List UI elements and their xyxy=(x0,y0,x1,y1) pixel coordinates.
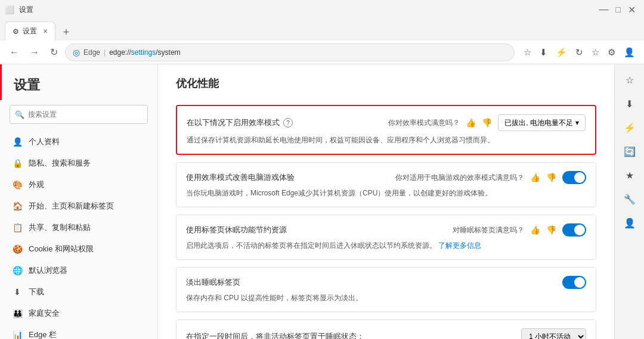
sidebar-item-family[interactable]: 👪 家庭安全 xyxy=(0,303,157,324)
learn-more-link[interactable]: 了解更多信息 xyxy=(438,241,481,250)
efficiency-dropdown[interactable]: 已拔出, 电池电量不足 ▾ xyxy=(498,114,586,131)
section-title: 优化性能 xyxy=(176,76,596,93)
start-icon: 🏠 xyxy=(12,201,23,211)
sidebar: 设置 🔍 👤 个人资料 🔒 隐私、搜索和服务 🎨 外观 🏠 开始、主页和新建标签… xyxy=(0,64,158,339)
sidebar-item-share[interactable]: 📋 共享、复制和粘贴 xyxy=(0,217,157,238)
sleeping-tabs-right: 对睡眠标签页满意吗？ 👍 👎 xyxy=(453,223,586,237)
right-downloads-btn[interactable]: ⬇ xyxy=(619,93,640,114)
sidebar-item-label: 外观 xyxy=(29,179,44,190)
fade-sleeping-toggle[interactable] xyxy=(562,276,586,289)
content-area: 优化性能 在以下情况下启用效率模式 ? 你对效率模式满意吗？ 👍 👎 已拔出, … xyxy=(158,64,614,339)
download-icon: ⬇ xyxy=(12,287,23,297)
sleeping-tabs-row: 使用标签页休眠功能节约资源 对睡眠标签页满意吗？ 👍 👎 xyxy=(186,223,586,237)
sidebar-item-privacy[interactable]: 🔒 隐私、搜索和服务 xyxy=(0,153,157,174)
sleeping-thumbs-down[interactable]: 👎 xyxy=(546,225,556,235)
nav-bar: ← → ↻ ◎ Edge | edge://settings/system ☆ … xyxy=(0,41,644,64)
right-profile-btn[interactable]: 👤 xyxy=(619,212,640,234)
tab-close-button[interactable]: ✕ xyxy=(43,28,48,35)
sleeping-tabs-satisfaction: 对睡眠标签页满意吗？ xyxy=(453,225,524,235)
forward-button[interactable]: → xyxy=(26,45,43,60)
efficiency-mode-desc: 通过保存计算机资源和助延长电池使用时间，权益可能因设备、应用程序和个人浏览器习惯… xyxy=(187,135,586,145)
right-star-btn[interactable]: ★ xyxy=(619,164,640,186)
window-controls: — □ ✕ xyxy=(596,4,639,15)
gaming-thumbs-down[interactable]: 👎 xyxy=(546,173,556,182)
thumbs-down-button[interactable]: 👎 xyxy=(482,118,492,127)
sidebar-item-browser[interactable]: 🌐 默认浏览器 xyxy=(0,260,157,281)
browser-update-button[interactable]: ↻ xyxy=(572,45,586,60)
browser-chrome: ⬜ 设置 — □ ✕ ⚙ 设置 ✕ + ← → ↻ ◎ Edge | edge:… xyxy=(0,0,644,64)
tools-button[interactable]: ⚙ xyxy=(605,45,618,60)
search-box[interactable]: 🔍 xyxy=(10,105,148,124)
minimize-button[interactable]: — xyxy=(596,4,612,15)
privacy-icon: 🔒 xyxy=(12,158,23,168)
fade-sleeping-row: 淡出睡眠标签页 xyxy=(186,276,586,289)
address-bar[interactable]: ◎ Edge | edge://settings/system xyxy=(65,43,515,61)
right-lightning-btn[interactable]: ⚡ xyxy=(619,117,640,138)
sidebar-item-edgebar[interactable]: 📊 Edge 栏 xyxy=(0,324,157,339)
sidebar-item-profile[interactable]: 👤 个人资料 xyxy=(0,131,157,153)
fade-sleeping-label: 淡出睡眠标签页 xyxy=(186,277,240,288)
sidebar-item-start[interactable]: 🏠 开始、主页和新建标签页 xyxy=(0,195,157,217)
gaming-satisfaction: 你对适用于电脑游戏的效率模式满意吗？ xyxy=(395,173,524,183)
sleeping-tabs-toggle[interactable] xyxy=(562,223,586,237)
thumbs-up-button[interactable]: 👍 xyxy=(466,118,476,127)
gaming-toggle[interactable] xyxy=(562,171,586,184)
sidebar-item-download[interactable]: ⬇ 下载 xyxy=(0,281,157,303)
extensions-button[interactable]: ⚡ xyxy=(553,45,570,60)
sleeping-tabs-label: 使用标签页休眠功能节约资源 xyxy=(186,225,287,235)
sleep-timer-select[interactable]: 1 小时不活动 xyxy=(521,328,586,339)
tabs-row: ⚙ 设置 ✕ + xyxy=(0,19,644,41)
profile-button[interactable]: 👤 xyxy=(621,45,638,60)
refresh-button[interactable]: ↻ xyxy=(47,44,61,60)
appearance-icon: 🎨 xyxy=(12,180,23,189)
search-icon: 🔍 xyxy=(15,110,24,119)
gaming-row: 使用效率模式改善电脑游戏体验 你对适用于电脑游戏的效率模式满意吗？ 👍 👎 xyxy=(186,171,586,184)
sidebar-item-label: 共享、复制和粘贴 xyxy=(29,222,91,233)
gaming-desc: 当你玩电脑游戏时，Microsoft Edge减少其计算机资源（CPU）使用量，… xyxy=(186,188,586,198)
sidebar-item-label: 隐私、搜索和服务 xyxy=(29,158,91,169)
tab-favicon: ⚙ xyxy=(13,27,19,36)
right-favorites-btn[interactable]: ☆ xyxy=(619,69,640,91)
search-input[interactable] xyxy=(28,110,143,119)
efficiency-mode-card: 在以下情况下启用效率模式 ? 你对效率模式满意吗？ 👍 👎 已拔出, 电池电量不… xyxy=(176,105,596,155)
help-icon[interactable]: ? xyxy=(283,118,293,127)
title-bar: ⬜ 设置 — □ ✕ xyxy=(0,0,644,19)
gaming-right: 你对适用于电脑游戏的效率模式满意吗？ 👍 👎 xyxy=(395,171,586,184)
cookies-icon: 🍪 xyxy=(12,244,23,254)
tab-title: 设置 xyxy=(19,5,33,15)
address-text: edge://settings/system xyxy=(109,48,180,57)
sidebar-item-appearance[interactable]: 🎨 外观 xyxy=(0,174,157,195)
sidebar-item-cookies[interactable]: 🍪 Cookie 和网站权限 xyxy=(0,238,157,260)
close-button[interactable]: ✕ xyxy=(624,4,639,15)
satisfaction-text: 你对效率模式满意吗？ xyxy=(388,118,460,128)
gaming-thumbs-up[interactable]: 👍 xyxy=(530,173,540,182)
address-prefix: Edge xyxy=(83,48,100,57)
new-tab-button[interactable]: + xyxy=(58,24,75,41)
browser-icon: 🌐 xyxy=(12,266,23,275)
favorites-button[interactable]: ☆ xyxy=(521,45,534,60)
sleep-timer-right: 1 小时不活动 xyxy=(521,328,586,339)
settings-tab[interactable]: ⚙ 设置 ✕ xyxy=(5,21,55,41)
sleeping-thumbs-up[interactable]: 👍 xyxy=(530,225,540,235)
settings-title: 设置 xyxy=(0,64,157,100)
nav-icons: ☆ ⬇ ⚡ ↻ ☆ ⚙ 👤 xyxy=(521,45,638,60)
main-layout: 设置 🔍 👤 个人资料 🔒 隐私、搜索和服务 🎨 外观 🏠 开始、主页和新建标签… xyxy=(0,64,644,339)
collections-button[interactable]: ⬇ xyxy=(537,45,550,60)
window-icon: ⬜ xyxy=(5,5,14,14)
right-office-btn[interactable]: 🔧 xyxy=(619,188,640,210)
edgebar-icon: 📊 xyxy=(12,330,23,339)
more-favorites-button[interactable]: ☆ xyxy=(589,45,602,60)
sleep-timer-row: 在指定一段时间后，将非活动标签页置于睡眠状态： 1 小时不活动 xyxy=(186,328,586,339)
profile-icon: 👤 xyxy=(12,137,23,147)
gaming-label: 使用效率模式改善电脑游戏体验 xyxy=(186,172,295,183)
dropdown-value: 已拔出, 电池电量不足 xyxy=(504,118,573,128)
efficiency-mode-right: 你对效率模式满意吗？ 👍 👎 已拔出, 电池电量不足 ▾ xyxy=(388,114,586,131)
back-button[interactable]: ← xyxy=(6,45,23,60)
sleeping-tabs-card: 使用标签页休眠功能节约资源 对睡眠标签页满意吗？ 👍 👎 启用此选项后，不活动的… xyxy=(176,214,596,260)
right-collections-btn[interactable]: 🔄 xyxy=(619,141,640,162)
sidebar-item-label: Edge 栏 xyxy=(29,329,57,339)
sleeping-tabs-desc: 启用此选项后，不活动的标签页将在指定时间后进入休眠状态以节约系统资源。 了解更多… xyxy=(186,240,586,251)
sleep-timer-card: 在指定一段时间后，将非活动标签页置于睡眠状态： 1 小时不活动 当效率模式打开时… xyxy=(176,319,596,339)
address-settings: settings xyxy=(131,48,156,57)
maximize-button[interactable]: □ xyxy=(612,5,624,14)
